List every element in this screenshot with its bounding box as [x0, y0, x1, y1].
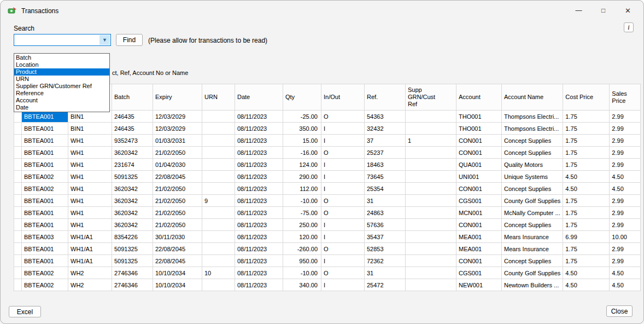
cell[interactable]: UNI001	[456, 171, 502, 183]
cell[interactable]: 246435	[112, 111, 153, 123]
cell[interactable]: I	[321, 255, 365, 267]
cell[interactable]: CON001	[456, 219, 502, 231]
cell[interactable]: CGS001	[456, 267, 502, 279]
cell[interactable]: 950.00	[283, 255, 321, 267]
cell[interactable]	[406, 231, 456, 243]
dropdown-option-location[interactable]: Location	[14, 61, 109, 68]
cell[interactable]: 57636	[365, 219, 406, 231]
cell[interactable]: BBTEA001	[22, 147, 68, 159]
col-header-ref[interactable]: Ref.	[365, 84, 406, 111]
col-header-account[interactable]: Account	[456, 84, 502, 111]
cell[interactable]: Thompsons Electri...	[502, 123, 563, 135]
cell[interactable]: 25237	[365, 147, 406, 159]
cell[interactable]: 01/03/2031	[153, 135, 202, 147]
cell[interactable]: 21/02/2050	[153, 219, 202, 231]
cell[interactable]: O	[321, 195, 365, 207]
cell[interactable]: 4.50	[610, 279, 641, 291]
cell[interactable]: -10.00	[283, 195, 321, 207]
cell[interactable]: -260.00	[283, 243, 321, 255]
cell[interactable]: 5091325	[112, 243, 153, 255]
col-header-in-out[interactable]: In/Out	[321, 84, 365, 111]
cell[interactable]: Thompsons Electri...	[502, 111, 563, 123]
cell[interactable]: Concept Supplies	[502, 255, 563, 267]
cell[interactable]: 25472	[365, 279, 406, 291]
col-header-urn[interactable]: URN	[202, 84, 235, 111]
cell[interactable]: CON001	[456, 183, 502, 195]
cell[interactable]: 1.75	[563, 123, 610, 135]
cell[interactable]: 1.75	[563, 135, 610, 147]
cell[interactable]: BIN1	[68, 123, 112, 135]
row-selector[interactable]	[14, 183, 22, 195]
col-header-batch[interactable]: Batch	[112, 84, 153, 111]
row-selector[interactable]	[14, 219, 22, 231]
cell[interactable]: 1.75	[563, 111, 610, 123]
cell[interactable]: 2.99	[610, 123, 641, 135]
cell[interactable]: 08/11/2023	[235, 123, 283, 135]
cell[interactable]: WH1/A1	[68, 255, 112, 267]
cell[interactable]	[202, 207, 235, 219]
row-selector[interactable]	[14, 135, 22, 147]
cell[interactable]	[202, 159, 235, 171]
cell[interactable]: 12/03/2029	[153, 111, 202, 123]
cell[interactable]: 32432	[365, 123, 406, 135]
cell[interactable]: 22/08/2045	[153, 171, 202, 183]
cell[interactable]: 22/08/2045	[153, 255, 202, 267]
cell[interactable]	[406, 267, 456, 279]
cell[interactable]: BBTEA003	[22, 231, 68, 243]
col-header-expiry[interactable]: Expiry	[153, 84, 202, 111]
cell[interactable]: 2.99	[610, 207, 641, 219]
cell[interactable]: 10/10/2034	[153, 267, 202, 279]
cell[interactable]: Unique Systems	[502, 171, 563, 183]
cell[interactable]	[202, 147, 235, 159]
combobox-dropdown-button[interactable]: ▼	[99, 35, 110, 45]
cell[interactable]: WH1	[68, 159, 112, 171]
col-header-date[interactable]: Date	[235, 84, 283, 111]
cell[interactable]: 4.50	[610, 183, 641, 195]
cell[interactable]: 5091325	[112, 171, 153, 183]
cell[interactable]	[202, 123, 235, 135]
cell[interactable]: 246435	[112, 123, 153, 135]
row-selector[interactable]	[14, 159, 22, 171]
minimize-button[interactable]: —	[566, 1, 591, 20]
cell[interactable]: 2.99	[610, 147, 641, 159]
cell[interactable]: Newtown Builders ...	[502, 279, 563, 291]
cell[interactable]: Mears Insurance	[502, 243, 563, 255]
dropdown-option-supplier-grn-customer-ref[interactable]: Supplier GRN/Customer Ref	[14, 83, 109, 90]
cell[interactable]: WH2	[68, 279, 112, 291]
cell[interactable]: 31	[365, 267, 406, 279]
cell[interactable]: 1	[406, 135, 456, 147]
cell[interactable]: Quality Motors	[502, 159, 563, 171]
cell[interactable]: O	[321, 267, 365, 279]
cell[interactable]: MEA001	[456, 243, 502, 255]
cell[interactable]: 10/10/2034	[153, 279, 202, 291]
cell[interactable]: 2.99	[610, 195, 641, 207]
cell[interactable]: 08/11/2023	[235, 135, 283, 147]
cell[interactable]: 340.00	[283, 279, 321, 291]
search-combobox[interactable]: ▼	[14, 34, 111, 46]
cell[interactable]: I	[321, 171, 365, 183]
cell[interactable]: 3620342	[112, 207, 153, 219]
dropdown-option-reference[interactable]: Reference	[14, 90, 109, 97]
cell[interactable]: WH1	[68, 183, 112, 195]
cell[interactable]: CON001	[456, 135, 502, 147]
cell[interactable]	[406, 243, 456, 255]
col-header-account-name[interactable]: Account Name	[502, 84, 563, 111]
excel-button[interactable]: Excel	[9, 306, 41, 317]
cell[interactable]: 4.50	[610, 267, 641, 279]
cell[interactable]: BBTEA002	[22, 267, 68, 279]
dropdown-option-account[interactable]: Account	[14, 97, 109, 104]
cell[interactable]: 08/11/2023	[235, 219, 283, 231]
cell[interactable]: 21/02/2050	[153, 147, 202, 159]
cell[interactable]: O	[321, 243, 365, 255]
cell[interactable]: 4.50	[563, 279, 610, 291]
cell[interactable]: -25.00	[283, 111, 321, 123]
cell[interactable]: 3620342	[112, 147, 153, 159]
row-selector[interactable]	[14, 231, 22, 243]
dropdown-option-date[interactable]: Date	[14, 104, 109, 111]
cell[interactable]: BBTEA001	[22, 255, 68, 267]
cell[interactable]	[406, 279, 456, 291]
cell[interactable]: 08/11/2023	[235, 231, 283, 243]
cell[interactable]: 08/11/2023	[235, 195, 283, 207]
cell[interactable]: 1.75	[563, 255, 610, 267]
cell[interactable]: 4.50	[610, 171, 641, 183]
